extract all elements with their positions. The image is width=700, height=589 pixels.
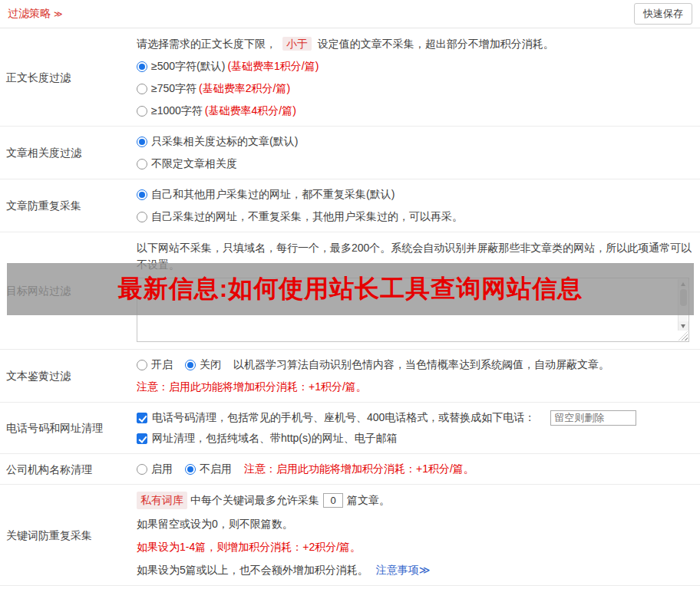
radio-option-750-chars[interactable]: ≥750字符 (基础费率2积分/篇)	[137, 81, 694, 97]
keyword-limit-line: 私有词库 中每个关键词最多允许采集 篇文章。	[137, 492, 694, 509]
radio-option-company-off[interactable]: 不启用	[185, 461, 232, 477]
option-label: 开启	[151, 357, 173, 373]
less-than-tag: 小于	[282, 37, 312, 51]
option-label: 自己和其他用户采集过的网址，都不重复采集(默认)	[151, 186, 395, 202]
row-body-length-filter: 正文长度过滤 请选择需求的正文长度下限， 小于 设定值的文章不采集，超出部分不增…	[0, 28, 700, 127]
row-label-relevance: 文章相关度过滤	[0, 127, 137, 179]
radio-icon[interactable]	[137, 159, 147, 169]
keyword-limit-text-end: 篇文章。	[347, 492, 390, 508]
option-fee-note: (基础费率1积分/篇)	[227, 58, 319, 74]
row-company-cleanup: 公司机构名称清理 启用 不启用 注意：启用此功能将增加积分消耗：+1积分/篇。	[0, 454, 700, 485]
radio-icon[interactable]	[137, 464, 147, 475]
porn-filter-description: 以机器学习算法自动识别色情内容，当色情概率达到系统阈值，自动屏蔽文章。	[233, 357, 609, 373]
porn-filter-options-line: 开启 关闭 以机器学习算法自动识别色情内容，当色情概率达到系统阈值，自动屏蔽文章…	[137, 357, 694, 373]
row-target-site-filter: 目标网站过滤 以下网站不采集，只填域名，每行一个，最多200个。系统会自动识别并…	[0, 232, 700, 350]
checkbox-phone-cleanup[interactable]: 电话号码清理，包括常见的手机号、座机号、400电话格式，或替换成如下电话：	[137, 410, 535, 426]
row-label-dedup: 文章防重复采集	[0, 179, 137, 232]
row-phone-url-cleanup: 电话号码和网址清理 电话号码清理，包括常见的手机号、座机号、400电话格式，或替…	[0, 403, 700, 454]
row-keyword-dedup: 关键词防重复采集 私有词库 中每个关键词最多允许采集 篇文章。 如果留空或设为0…	[0, 485, 700, 586]
radio-icon[interactable]	[185, 360, 196, 370]
option-label: 自己采集过的网址，不重复采集，其他用户采集过的，可以再采。	[151, 209, 463, 225]
radio-option-porn-on[interactable]: 开启	[137, 357, 173, 373]
row-label-porn-filter: 文本鉴黄过滤	[0, 350, 137, 402]
radio-option-relevance-off[interactable]: 不限定文章相关度	[137, 156, 694, 172]
radio-icon[interactable]	[137, 360, 147, 370]
option-label: 启用	[151, 461, 173, 477]
checkbox-label: 电话号码清理，包括常见的手机号、座机号、400电话格式，或替换成如下电话：	[152, 410, 535, 426]
radio-icon[interactable]	[137, 137, 147, 147]
radio-option-500-chars[interactable]: ≥500字符(默认) (基础费率1积分/篇)	[137, 58, 694, 74]
radio-option-1000-chars[interactable]: ≥1000字符 (基础费率4积分/篇)	[137, 103, 694, 119]
option-label: ≥1000字符	[151, 103, 203, 119]
resize-grip-icon[interactable]	[679, 331, 688, 341]
phone-cleanup-line: 电话号码清理，包括常见的手机号、座机号、400电话格式，或替换成如下电话：	[137, 410, 694, 426]
ad-banner-overlay: 最新信息:如何使用站长工具查询网站信息	[7, 263, 694, 315]
header: 过滤策略 ≫ 快速保存	[0, 0, 700, 28]
radio-option-dedup-all-users[interactable]: 自己和其他用户采集过的网址，都不重复采集(默认)	[137, 186, 694, 202]
scrollbar-down-icon[interactable]	[679, 321, 688, 331]
page-title: 过滤策略	[8, 7, 51, 21]
radio-option-relevance-on[interactable]: 只采集相关度达标的文章(默认)	[137, 133, 694, 150]
radio-icon[interactable]	[185, 464, 196, 475]
radio-icon[interactable]	[137, 61, 147, 72]
notice-link[interactable]: 注意事项≫	[376, 564, 431, 576]
radio-option-company-on[interactable]: 启用	[137, 461, 173, 477]
collapse-chevron-icon[interactable]: ≫	[54, 9, 63, 19]
option-label: ≥500字符(默认)	[151, 58, 225, 74]
company-cost-note: 注意：启用此功能将增加积分消耗：+1积分/篇。	[244, 461, 474, 477]
ad-banner-text: 最新信息:如何使用站长工具查询网站信息	[118, 272, 583, 306]
row-dedup-collection: 文章防重复采集 自己和其他用户采集过的网址，都不重复采集(默认) 自己采集过的网…	[0, 179, 700, 232]
radio-icon[interactable]	[137, 106, 147, 117]
keyword-count-input[interactable]	[323, 493, 343, 508]
row-label-phone-url: 电话号码和网址清理	[0, 403, 137, 453]
checkbox-label: 网址清理，包括纯域名、带http(s)的网址、电子邮箱	[152, 430, 398, 446]
radio-icon[interactable]	[137, 189, 147, 200]
keyword-note-five-plus: 如果设为5篇或以上，也不会额外增加积分消耗。 注意事项≫	[137, 562, 694, 578]
option-label: 不启用	[200, 461, 232, 477]
row-label-company: 公司机构名称清理	[0, 454, 137, 484]
option-fee-note: (基础费率2积分/篇)	[199, 81, 290, 97]
page-title-group: 过滤策略 ≫	[8, 7, 63, 21]
option-label: ≥750字符	[151, 81, 196, 97]
row-relevance-filter: 文章相关度过滤 只采集相关度达标的文章(默认) 不限定文章相关度	[0, 127, 700, 179]
option-label: 只采集相关度达标的文章(默认)	[151, 133, 298, 150]
radio-icon[interactable]	[137, 84, 147, 94]
option-label: 关闭	[200, 357, 221, 373]
option-fee-note: (基础费率4积分/篇)	[205, 103, 296, 119]
body-length-intro: 请选择需求的正文长度下限， 小于 设定值的文章不采集，超出部分不增加积分消耗。	[137, 35, 694, 52]
quick-save-button[interactable]: 快速保存	[634, 3, 692, 25]
url-cleanup-line: 网址清理，包括纯域名、带http(s)的网址、电子邮箱	[137, 430, 694, 446]
radio-option-porn-off[interactable]: 关闭	[185, 357, 221, 373]
row-label-body-length: 正文长度过滤	[0, 28, 137, 126]
checkbox-checked-icon[interactable]	[137, 433, 147, 444]
keyword-note-text: 如果设为5篇或以上，也不会额外增加积分消耗。	[137, 564, 368, 576]
phone-replace-input[interactable]	[550, 410, 636, 426]
radio-option-dedup-self-only[interactable]: 自己采集过的网址，不重复采集，其他用户采集过的，可以再采。	[137, 209, 694, 225]
radio-icon[interactable]	[137, 212, 147, 222]
keyword-note-cost: 如果设为1-4篇，则增加积分消耗：+2积分/篇。	[137, 539, 694, 555]
intro-text-after: 设定值的文章不采集，超出部分不增加积分消耗。	[318, 38, 554, 50]
row-porn-filter: 文本鉴黄过滤 开启 关闭 以机器学习算法自动识别色情内容，当色情概率达到系统阈值…	[0, 350, 700, 403]
row-label-keyword: 关键词防重复采集	[0, 485, 137, 585]
company-options-line: 启用 不启用 注意：启用此功能将增加积分消耗：+1积分/篇。	[137, 461, 694, 477]
option-label: 不限定文章相关度	[151, 156, 237, 172]
porn-filter-cost-note: 注意：启用此功能将增加积分消耗：+1积分/篇。	[137, 379, 694, 395]
checkbox-checked-icon[interactable]	[137, 413, 147, 423]
private-lexicon-tag[interactable]: 私有词库	[137, 492, 187, 509]
keyword-note-zero: 如果留空或设为0，则不限篇数。	[137, 516, 694, 532]
keyword-limit-text: 中每个关键词最多允许采集	[190, 492, 319, 508]
intro-text-before: 请选择需求的正文长度下限，	[137, 38, 276, 50]
checkbox-url-cleanup[interactable]: 网址清理，包括纯域名、带http(s)的网址、电子邮箱	[137, 430, 398, 446]
